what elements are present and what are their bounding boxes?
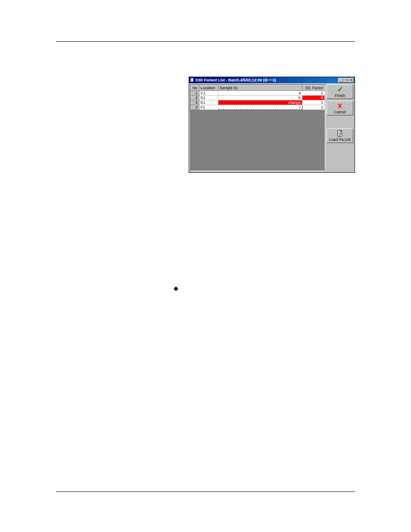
patient-grid[interactable]: No Location Sample ID Dil. Factor 1C1a12…: [190, 84, 325, 171]
cancel-label: Cancel: [334, 110, 346, 114]
divider-top: [56, 41, 355, 42]
cell-sample-id[interactable]: r: [218, 105, 302, 110]
table-row[interactable]: 4F1r1: [191, 105, 325, 110]
cell-location[interactable]: F1: [199, 105, 218, 110]
cell-dil-factor[interactable]: 5: [302, 96, 325, 100]
col-header-dil-factor[interactable]: Dil. Factor: [302, 85, 325, 91]
load-patient-list-button[interactable]: a Load Pa.List: [327, 128, 353, 143]
cell-no[interactable]: 2: [191, 96, 199, 100]
cell-sample-id[interactable]: change: [218, 100, 302, 105]
cell-dil-factor[interactable]: 1: [302, 100, 325, 105]
col-header-location[interactable]: Location: [199, 85, 218, 91]
cell-location[interactable]: C1: [199, 91, 218, 96]
col-header-sample-id[interactable]: Sample ID: [218, 85, 302, 91]
cell-no[interactable]: 4: [191, 105, 199, 110]
check-icon: ✓: [337, 86, 343, 93]
table-row[interactable]: 1C1a1: [191, 91, 325, 96]
close-button[interactable]: ×: [349, 78, 354, 83]
minimize-button[interactable]: _: [338, 78, 343, 83]
table-row[interactable]: 3E1change1: [191, 100, 325, 105]
edit-patient-list-window: Edit Patient List - Batch.4/5/02,12:09 (…: [189, 77, 355, 173]
maximize-button[interactable]: □: [343, 78, 349, 83]
document-icon: a: [337, 130, 343, 137]
finish-label: Finish: [335, 93, 345, 98]
load-label: Load Pa.List: [329, 137, 351, 142]
cell-no[interactable]: 3: [191, 100, 199, 105]
cell-dil-factor[interactable]: 1: [302, 91, 325, 96]
diamond-bullet: ◆: [174, 285, 178, 292]
titlebar[interactable]: Edit Patient List - Batch.4/5/02,12:09 (…: [189, 77, 355, 83]
window-title: Edit Patient List - Batch.4/5/02,12:09 (…: [196, 78, 276, 82]
svg-rect-0: [190, 78, 193, 82]
table-row[interactable]: 2D1b5: [191, 96, 325, 100]
cell-no[interactable]: 1: [191, 91, 199, 96]
app-icon: [190, 78, 194, 82]
finish-button[interactable]: ✓ Finish: [327, 84, 353, 99]
button-panel: ✓ Finish X Cancel a: [327, 84, 353, 171]
cell-location[interactable]: E1: [199, 100, 218, 105]
divider-bottom: [56, 492, 355, 492]
cell-location[interactable]: D1: [199, 96, 218, 100]
x-icon: X: [338, 103, 342, 109]
patient-table: No Location Sample ID Dil. Factor 1C1a12…: [191, 85, 325, 110]
titlebar-controls: _ □ ×: [338, 78, 354, 83]
cell-sample-id[interactable]: a: [218, 91, 302, 96]
cancel-button[interactable]: X Cancel: [327, 101, 353, 115]
cell-dil-factor[interactable]: 1: [302, 105, 325, 110]
col-header-no[interactable]: No: [191, 85, 199, 91]
cell-sample-id[interactable]: b: [218, 96, 302, 100]
